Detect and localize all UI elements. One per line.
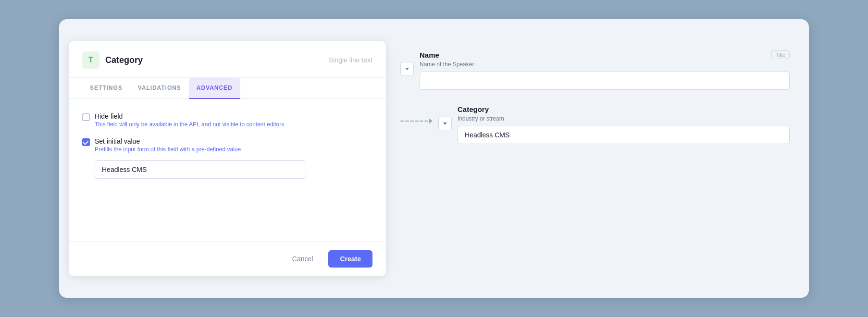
tab-advanced[interactable]: ADVANCED: [189, 78, 240, 99]
type-icon: T: [82, 51, 99, 69]
main-layout: T Category Single line text SETTINGS VAL…: [69, 41, 799, 276]
outer-container: T Category Single line text SETTINGS VAL…: [59, 19, 809, 298]
hide-field-checkbox[interactable]: [82, 113, 90, 121]
dashed-arrow: [400, 119, 433, 123]
set-initial-value-label: Set initial value: [95, 137, 241, 145]
hide-field-text: Hide field This field will only be avail…: [95, 112, 284, 128]
dash-1: [400, 121, 404, 122]
modal-title: Category: [105, 55, 143, 65]
chevron-down-icon-2: [443, 122, 447, 125]
preview-area: Name Title Name of the Speaker: [386, 41, 799, 154]
dash-2: [405, 121, 409, 122]
initial-value-input[interactable]: [95, 160, 306, 179]
set-initial-value-desc: Prefills the input form of this field wi…: [95, 146, 241, 153]
chevron-down-icon: [405, 68, 409, 70]
name-field-dropdown[interactable]: [400, 62, 414, 75]
dash-5: [420, 121, 423, 122]
arrow-head: [429, 119, 433, 123]
name-field-content: Name Title Name of the Speaker: [420, 50, 790, 90]
hide-field-option: Hide field This field will only be avail…: [82, 112, 372, 128]
modal-header-left: T Category: [82, 51, 143, 69]
name-field-badge: Title: [771, 50, 790, 59]
field-arrow: [400, 119, 433, 123]
name-field-input[interactable]: [420, 72, 790, 90]
preview-field-category: Category Industry or stream: [400, 105, 790, 144]
initial-value-input-wrap: [95, 160, 372, 179]
set-initial-value-checkbox[interactable]: [82, 138, 90, 146]
category-field-dropdown[interactable]: [438, 117, 452, 130]
dash-3: [410, 121, 414, 122]
dash-4: [415, 121, 419, 122]
set-initial-value-option: Set initial value Prefills the input for…: [82, 137, 372, 153]
category-field-input[interactable]: [458, 126, 790, 144]
name-field-name-row: Name Title: [420, 50, 790, 59]
dash-6: [424, 121, 428, 122]
category-field-label: Category: [458, 105, 489, 113]
category-field-hint: Industry or stream: [458, 115, 790, 122]
tabs-bar: SETTINGS VALIDATIONS ADVANCED: [69, 78, 386, 99]
category-field-name-row: Category: [458, 105, 790, 113]
modal-footer: Cancel Create: [69, 241, 386, 276]
name-field-hint: Name of the Speaker: [420, 61, 790, 68]
cancel-button[interactable]: Cancel: [283, 250, 323, 268]
name-field-label: Name: [420, 51, 439, 59]
tab-validations[interactable]: VALIDATIONS: [130, 78, 189, 99]
hide-field-desc: This field will only be available in the…: [95, 121, 284, 128]
modal-body: Hide field This field will only be avail…: [69, 99, 386, 241]
field-type-label: Single line text: [329, 56, 372, 64]
preview-field-name: Name Title Name of the Speaker: [400, 50, 790, 90]
category-field-content: Category Industry or stream: [458, 105, 790, 144]
modal-header: T Category Single line text: [69, 41, 386, 78]
modal-panel: T Category Single line text SETTINGS VAL…: [69, 41, 386, 276]
set-initial-value-text: Set initial value Prefills the input for…: [95, 137, 241, 153]
hide-field-label: Hide field: [95, 112, 284, 120]
tab-settings[interactable]: SETTINGS: [82, 78, 130, 99]
create-button[interactable]: Create: [328, 250, 372, 268]
